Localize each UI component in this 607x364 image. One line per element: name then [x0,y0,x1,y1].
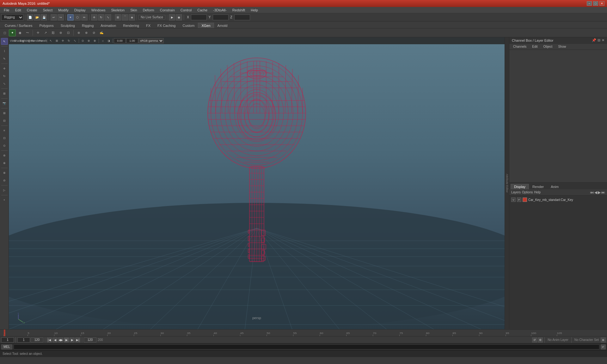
vi-snap-btn[interactable]: ⊞ [54,38,60,44]
redo-button[interactable]: ↪ [58,14,64,21]
vp-panels-btn[interactable]: Panels [40,38,46,44]
deform-icon-btn[interactable]: ⊗ [75,29,82,36]
snap-point-button[interactable]: ◈ [129,14,135,21]
step-fwd-btn[interactable]: ▶ [70,337,75,343]
vi-exposure-input[interactable] [114,38,126,43]
ch-header-expand-icon[interactable]: ⊟ [598,38,600,42]
tab-rigging[interactable]: Rigging [78,23,97,28]
vi-xray-btn[interactable]: ⊛ [86,38,92,44]
scale-tool-button[interactable]: ⤡ [105,14,111,21]
tab-arnold[interactable]: Arnold [214,23,231,28]
weight-icon-btn[interactable]: ⊘ [90,29,97,36]
misc-btn1[interactable]: ⊗ [1,169,8,176]
skip-to-end-btn[interactable]: ▶| [75,337,80,343]
menu-edit[interactable]: Edit [13,8,24,13]
char-set-btn[interactable]: ⊕ [601,337,606,343]
layer-v-checkbox[interactable]: V [511,197,516,202]
x-input[interactable] [191,15,207,20]
command-input[interactable] [14,344,599,349]
ch-tab-edit[interactable]: Edit [530,45,540,49]
tool4-icon-btn[interactable]: ⊡ [65,29,72,36]
play-fwd-btn[interactable]: ▶ [64,337,69,343]
vi-isolate-btn[interactable]: ⊙ [80,38,86,44]
save-scene-button[interactable]: 💾 [41,14,47,21]
maximize-button[interactable]: □ [593,1,598,6]
layer-nav-next[interactable]: ▶ [598,190,601,195]
layer-nav-first[interactable]: ⏮ [590,190,594,195]
layers-options-btn[interactable]: Options [522,191,533,194]
menu-modify[interactable]: Modify [56,8,71,13]
snap-grid-lt-btn[interactable]: ⊞ [1,110,8,117]
new-scene-button[interactable]: 📄 [27,14,33,21]
display-options-btn[interactable]: ⊡ [1,135,8,142]
menu-help[interactable]: Help [248,8,261,13]
loop-btn[interactable]: ↺ [532,337,537,343]
xray-btn[interactable]: ⊛ [1,152,8,159]
tab-anim[interactable]: Anim [547,184,562,189]
vi-gamma-input[interactable] [126,38,138,43]
minimize-button[interactable]: − [587,1,592,6]
tab-render[interactable]: Render [529,184,547,189]
skip-to-start-btn[interactable]: |◀ [47,337,52,343]
vi-move-btn[interactable]: ✛ [60,38,66,44]
vi-scale-btn[interactable]: ⤡ [72,38,78,44]
tool3-icon-btn[interactable]: ⊛ [57,29,64,36]
ch-tab-channels[interactable]: Channels [511,45,529,49]
z-input[interactable] [234,15,250,20]
camera-btn[interactable]: 📷 [1,100,8,107]
menu-display[interactable]: Display [72,8,88,13]
menu-cache[interactable]: Cache [195,8,210,13]
menu-file[interactable]: File [1,8,12,13]
brush-icon-btn[interactable]: ✍ [98,29,105,36]
rotate-tool-button[interactable]: ↻ [98,14,104,21]
show-manip-btn[interactable]: ⊞ [1,90,8,97]
anim-end-input[interactable] [84,337,96,343]
lasso-mode-btn[interactable]: ⌇ [1,48,8,55]
skin-icon-btn[interactable]: ⊕ [83,29,90,36]
undo-button[interactable]: ↩ [51,14,57,21]
select-tool-button[interactable]: ✦ [67,14,74,21]
y-input[interactable] [213,15,229,20]
open-scene-button[interactable]: 📂 [34,14,40,21]
attribute-editor-strip[interactable]: Attribute Editor [505,37,509,329]
chain-icon-btn[interactable]: ⛓ [50,29,57,36]
vi-light-btn[interactable]: ☼ [100,38,106,44]
step-back-btn[interactable]: ◀ [52,337,58,343]
tab-polygons[interactable]: Polygons [36,23,57,28]
menu-skeleton[interactable]: Skeleton [108,8,127,13]
tab-custom[interactable]: Custom [179,23,198,28]
layers-help-btn[interactable]: Help [534,191,541,194]
menu-select[interactable]: Select [40,8,55,13]
expand-btn[interactable]: + [1,197,8,203]
layer-nav-prev[interactable]: ◀ [594,190,597,195]
paint-tool-button[interactable]: ✏ [81,14,88,21]
tab-sculpting[interactable]: Sculpting [57,23,78,28]
move-mode-btn[interactable]: ✛ [1,65,8,72]
mode-dropdown[interactable]: Rigging [1,14,23,21]
display-layers-btn[interactable]: ≡ [1,127,8,134]
snap-view-btn[interactable]: ⊟ [1,117,8,124]
ch-header-pin-icon[interactable]: 📌 [592,38,596,42]
paint-mode-btn[interactable]: ✎ [1,55,8,62]
vi-shadow-btn[interactable]: ◑ [106,38,112,44]
tab-fx-caching[interactable]: FX Caching [154,23,179,28]
viewport-3d[interactable]: View Shading Lighting Show Renderer Pane… [9,37,505,329]
menu-constrain[interactable]: Constrain [157,8,177,13]
select-icon-btn[interactable]: ◻ [1,29,8,36]
render-region-btn[interactable]: ▷ [1,187,8,194]
ch-tab-object[interactable]: Object [541,45,555,49]
menu-skin[interactable]: Skin [128,8,139,13]
ch-tab-show[interactable]: Show [555,45,568,49]
anim-settings-btn[interactable]: ⚙ [538,337,543,343]
menu-windows[interactable]: Windows [89,8,108,13]
current-frame-input[interactable]: 1 [1,337,14,343]
layer-color-swatch[interactable] [523,197,527,202]
rotate-mode-btn[interactable]: ↻ [1,73,8,80]
ch-header-close-icon[interactable]: ✕ [602,38,604,42]
curve-icon-btn[interactable]: 〜 [24,29,31,36]
move-icon-btn[interactable]: ✛ [34,29,41,36]
tab-rendering[interactable]: Rendering [120,23,143,28]
vi-rotate-btn[interactable]: ↻ [66,38,72,44]
tab-curves-surfaces[interactable]: Curves / Surfaces [1,23,36,28]
tab-xgen[interactable]: XGen [198,23,214,28]
